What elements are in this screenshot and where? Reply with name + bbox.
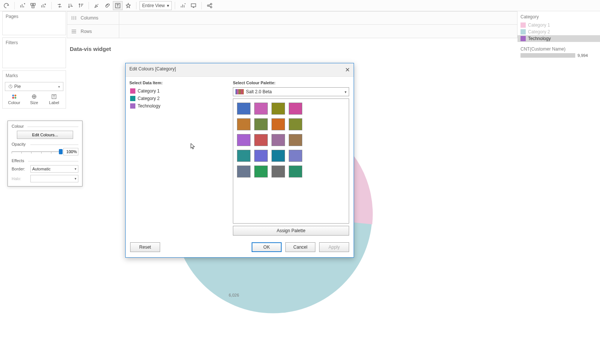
- pages-shelf[interactable]: Pages: [2, 11, 66, 35]
- chevron-down-icon: ▾: [167, 3, 169, 8]
- ok-button[interactable]: OK: [252, 242, 282, 252]
- marks-label: Marks: [3, 71, 66, 81]
- apply-button: Apply: [319, 242, 349, 252]
- sort-asc-icon[interactable]: [65, 1, 75, 10]
- share-icon[interactable]: [205, 1, 214, 10]
- text-label-icon[interactable]: [113, 1, 123, 10]
- palette-colour[interactable]: [254, 134, 268, 146]
- marks-card: Marks Pie ▾ Colour Size: [2, 70, 66, 109]
- show-me-icon[interactable]: [178, 1, 188, 10]
- legend-panel: Category Category 1Category 2Technology …: [518, 11, 600, 364]
- data-item[interactable]: Technology: [129, 102, 229, 110]
- close-icon[interactable]: ✕: [345, 66, 350, 73]
- svg-point-9: [12, 95, 14, 97]
- palette-colour[interactable]: [289, 166, 302, 178]
- palette-colour[interactable]: [254, 150, 268, 162]
- svg-point-12: [14, 97, 16, 99]
- marks-colour-button[interactable]: Colour: [5, 92, 23, 107]
- assign-palette-button[interactable]: Assign Palette: [233, 226, 349, 236]
- cnt-size-bar: [520, 53, 575, 58]
- present-icon[interactable]: [189, 1, 198, 10]
- palette-colour[interactable]: [237, 134, 250, 146]
- top-toolbar: Entire View ▾: [0, 0, 600, 11]
- palette-colour[interactable]: [272, 103, 285, 115]
- palette-colour[interactable]: [254, 166, 268, 178]
- legend-item[interactable]: Category 1: [518, 22, 600, 28]
- cancel-button[interactable]: Cancel: [285, 242, 315, 252]
- rows-icon: [67, 29, 81, 34]
- palette-swatch-icon: [236, 89, 244, 94]
- barchart-add-icon[interactable]: [18, 1, 27, 10]
- swap-icon[interactable]: [55, 1, 64, 10]
- palette-colour[interactable]: [289, 150, 302, 162]
- svg-rect-1: [33, 3, 35, 5]
- palette-colour[interactable]: [237, 166, 250, 178]
- legend-item-label: Technology: [528, 36, 551, 41]
- svg-point-6: [210, 3, 212, 5]
- palette-colour[interactable]: [272, 134, 285, 146]
- columns-icon: [67, 15, 81, 21]
- view-fit-select[interactable]: Entire View ▾: [140, 1, 172, 10]
- svg-point-5: [207, 5, 209, 6]
- data-item-label: Category 2: [138, 96, 160, 101]
- svg-rect-2: [32, 6, 34, 8]
- reset-button[interactable]: Reset: [130, 242, 160, 252]
- mark-type-label: Pie: [14, 84, 21, 89]
- palette-colour[interactable]: [272, 150, 285, 162]
- opacity-input[interactable]: [63, 148, 78, 155]
- data-item-swatch: [130, 103, 135, 109]
- palette-select[interactable]: Salt 2.0 Beta ▾: [233, 87, 349, 96]
- pointer-icon[interactable]: [123, 1, 133, 10]
- filters-label: Filters: [3, 38, 66, 48]
- palette-colour[interactable]: [272, 118, 285, 130]
- chevron-down-icon: ▾: [58, 85, 60, 89]
- legend-item[interactable]: Technology: [518, 35, 600, 42]
- palette-colour[interactable]: [289, 103, 302, 115]
- chart-data-label: 6,026: [229, 293, 239, 297]
- rows-shelf[interactable]: Rows: [67, 25, 119, 38]
- edit-colours-button[interactable]: Edit Colours...: [17, 131, 73, 139]
- opacity-slider[interactable]: [12, 149, 61, 155]
- legend-item[interactable]: Category 2: [518, 28, 600, 35]
- palette-colour[interactable]: [237, 103, 250, 115]
- colour-icon: [5, 94, 23, 100]
- sheet-title: Data-vis widget: [70, 46, 111, 52]
- palette-colour[interactable]: [272, 166, 285, 178]
- marks-size-button[interactable]: Size: [25, 92, 43, 107]
- mark-type-select[interactable]: Pie ▾: [5, 82, 63, 91]
- data-item[interactable]: Category 1: [129, 87, 229, 95]
- sort-desc-icon[interactable]: [76, 1, 86, 10]
- size-icon: [25, 94, 43, 100]
- palette-colour[interactable]: [254, 118, 268, 130]
- highlight-icon[interactable]: [92, 1, 102, 10]
- palette-colour[interactable]: [289, 134, 302, 146]
- palette-colour[interactable]: [237, 150, 250, 162]
- pages-label: Pages: [3, 12, 66, 21]
- dialog-title: Edit Colours [Category]: [129, 66, 176, 73]
- data-item-label: Technology: [138, 103, 160, 109]
- border-select[interactable]: Automatic▾: [30, 165, 78, 173]
- view-fit-label: Entire View: [142, 3, 165, 8]
- legend-swatch: [520, 29, 526, 34]
- palette-colour[interactable]: [237, 118, 250, 130]
- rows-shelf-drop[interactable]: [119, 25, 518, 38]
- barchart-remove-icon[interactable]: [39, 1, 48, 10]
- chevron-down-icon: ▾: [345, 90, 346, 94]
- legend-item-label: Category 2: [528, 29, 550, 34]
- data-item-swatch: [130, 96, 135, 101]
- filters-shelf[interactable]: Filters: [2, 37, 66, 68]
- colour-popup: Colour Edit Colours... Opacity Effects B…: [8, 121, 82, 186]
- attach-icon[interactable]: [102, 1, 112, 10]
- palette-grid: [237, 103, 345, 178]
- data-item[interactable]: Category 2: [129, 95, 229, 102]
- columns-shelf-drop[interactable]: [119, 11, 518, 25]
- cnt-legend-title: CNT(Customer Name): [518, 42, 600, 53]
- aggregate-icon[interactable]: [28, 1, 38, 10]
- svg-point-11: [12, 97, 14, 99]
- marks-label-button[interactable]: Label: [45, 92, 63, 107]
- palette-colour[interactable]: [289, 118, 302, 130]
- columns-shelf[interactable]: Columns: [67, 11, 119, 25]
- undo-icon[interactable]: [2, 1, 11, 10]
- svg-rect-4: [191, 4, 196, 7]
- palette-colour[interactable]: [254, 103, 268, 115]
